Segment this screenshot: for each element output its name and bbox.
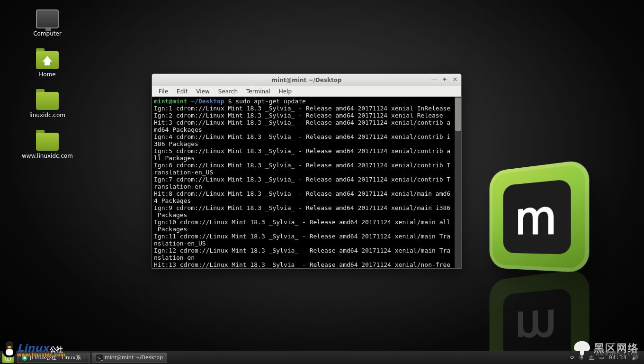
desktop-icons-area: ComputerHomelinuxidc.comwww.linuxidc.com	[19, 9, 76, 173]
terminal-output-line: 4 Packages	[154, 197, 459, 204]
menu-edit[interactable]: Edit	[173, 87, 191, 96]
terminal-output-line: Ign:7 cdrom://Linux Mint 18.3 _Sylvia_ -…	[154, 176, 459, 183]
terminal-output-line: Hit:8 cdrom://Linux Mint 18.3 _Sylvia_ -…	[154, 190, 459, 197]
window-menubar: FileEditViewSearchTerminalHelp	[152, 86, 461, 97]
menu-search[interactable]: Search	[215, 87, 242, 96]
wwwlinuxidc-folder-label: www.linuxidc.com	[22, 153, 73, 159]
watermark-left: Linux公社 www.linuxidc.com	[3, 341, 65, 357]
close-button[interactable]: ✕	[452, 76, 458, 82]
terminal-output-line: ll Packages	[154, 155, 459, 162]
terminal-output-line: Ign:1 cdrom://Linux Mint 18.3 _Sylvia_ -…	[154, 105, 459, 112]
terminal-output-line: ranslation-en_US	[154, 169, 459, 176]
home-icon[interactable]: Home	[19, 51, 76, 78]
task-terminal[interactable]: >_mint@mint ~/Desktop	[92, 353, 167, 363]
terminal-output-line: ranslation-en	[154, 183, 459, 190]
maximize-button[interactable]: ✦	[441, 76, 448, 82]
svg-text:>_: >_	[98, 355, 103, 360]
mushroom-icon	[574, 341, 590, 355]
terminal-output-line: Ign:5 cdrom://Linux Mint 18.3 _Sylvia_ -…	[154, 147, 459, 155]
computer-icon[interactable]: Computer	[19, 9, 76, 37]
terminal-output-line: Hit:13 cdrom://Linux Mint 18.3 _Sylvia_ …	[154, 261, 459, 268]
watermark-right: 黑区网络 www.heiqu.com	[574, 341, 639, 355]
task-terminal-icon: >_	[96, 355, 103, 361]
tux-icon	[3, 341, 16, 357]
watermark-left-url: www.linuxidc.com	[17, 352, 65, 357]
terminal-output-line: Ign:6 cdrom://Linux Mint 18.3 _Sylvia_ -…	[154, 162, 459, 169]
terminal-output-line: md64 Packages	[154, 126, 459, 133]
window-titlebar[interactable]: mint@mint ~/Desktop — ✦ ✕	[152, 74, 461, 86]
menu-view[interactable]: View	[192, 87, 213, 96]
terminal-output-line: nslation-en	[154, 254, 459, 261]
home-icon-glyph	[36, 51, 59, 69]
terminal-output-line: Ign:2 cdrom://Linux Mint 18.3 _Sylvia_ -…	[154, 112, 459, 119]
terminal-output-line: Packages	[154, 211, 459, 218]
terminal-output-line: Ign:4 cdrom://Linux Mint 18.3 _Sylvia_ -…	[154, 133, 459, 140]
terminal-output-line: Ign:11 cdrom://Linux Mint 18.3 _Sylvia_ …	[154, 233, 459, 240]
menu-help[interactable]: Help	[275, 87, 295, 96]
terminal-output-line: Packages	[154, 226, 459, 233]
terminal-scroll-thumb[interactable]	[455, 98, 461, 131]
watermark-right-url: www.heiqu.com	[596, 351, 639, 356]
linuxidc-folder[interactable]: linuxidc.com	[19, 92, 76, 118]
linuxidc-folder-label: linuxidc.com	[29, 112, 65, 118]
window-title: mint@mint ~/Desktop	[271, 77, 341, 83]
terminal-body[interactable]: mint@mint ~/Desktop $ sudo apt-get updat…	[152, 97, 461, 268]
terminal-output-line: 386 Packages	[154, 140, 459, 147]
wwwlinuxidc-folder-glyph	[36, 133, 59, 151]
home-icon-label: Home	[39, 71, 55, 78]
terminal-scrollbar[interactable]	[455, 97, 461, 268]
computer-icon-label: Computer	[33, 30, 62, 37]
computer-icon-glyph	[36, 9, 59, 28]
linuxidc-folder-glyph	[36, 92, 59, 110]
menu-terminal[interactable]: Terminal	[242, 87, 274, 96]
taskbar: m [Linux公社 - Linux系...>_mint@mint ~/Desk…	[0, 351, 644, 364]
terminal-output-line: Ign:9 cdrom://Linux Mint 18.3 _Sylvia_ -…	[154, 204, 459, 211]
task-terminal-label: mint@mint ~/Desktop	[105, 355, 163, 361]
terminal-window[interactable]: mint@mint ~/Desktop — ✦ ✕ FileEditViewSe…	[152, 73, 462, 269]
terminal-output-line: Ign:10 cdrom://Linux Mint 18.3 _Sylvia_ …	[154, 218, 459, 226]
terminal-output-line: Hit:3 cdrom://Linux Mint 18.3 _Sylvia_ -…	[154, 119, 459, 126]
terminal-output-line: nslation-en_US	[154, 240, 459, 247]
wwwlinuxidc-folder[interactable]: www.linuxidc.com	[19, 133, 76, 159]
terminal-prompt-line: mint@mint ~/Desktop $ sudo apt-get updat…	[154, 98, 459, 105]
terminal-output-line: Ign:12 cdrom://Linux Mint 18.3 _Sylvia_ …	[154, 247, 459, 254]
minimize-button[interactable]: —	[431, 76, 438, 82]
menu-file[interactable]: File	[155, 87, 172, 96]
wallpaper-mint-logo: ⅿ	[490, 159, 590, 273]
